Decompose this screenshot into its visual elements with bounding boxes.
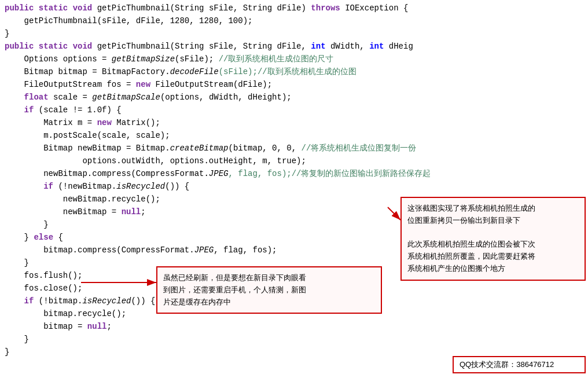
code-token (68, 41, 72, 53)
code-token: Options options = (5, 53, 112, 66)
code-token: newBitmap.compress(CompressFormat. (5, 168, 209, 181)
code-line: m.postScale(scale, scale); (0, 130, 588, 142)
code-token: isRecycled (82, 295, 131, 308)
code-token: Bitmap newBitmap = Bitmap. (5, 142, 170, 155)
code-line: public static void getPicThumbnail(Strin… (0, 41, 588, 53)
code-token: Matrix m = (5, 117, 97, 130)
code-token: } (5, 257, 29, 270)
annotation-box-1: 这张截图实现了将系统相机拍照生成的 位图重新拷贝一份输出到新目录下 此次系统相机… (400, 197, 586, 281)
code-token: } (5, 333, 29, 346)
code-token: float (24, 91, 49, 104)
code-line: } (0, 333, 588, 346)
code-token: getBitmapSize (112, 53, 175, 66)
code-token: isRecycled (116, 181, 165, 193)
annotation-box-1-text: 这张截图实现了将系统相机拍照生成的 位图重新拷贝一份输出到新目录下 此次系统相机… (407, 204, 535, 273)
code-line: float scale = getBitmapScale(options, dW… (0, 91, 588, 104)
code-token: scale = (49, 91, 93, 104)
code-line: Bitmap newBitmap = Bitmap.createBitmap(b… (0, 142, 588, 155)
code-token: public (5, 41, 34, 53)
code-token: (!bitmap. (34, 295, 82, 308)
code-token: //将系统相机生成位图复制一份 (302, 142, 417, 155)
code-token: bitmap.compress(CompressFormat. (5, 244, 194, 257)
code-token (5, 104, 24, 117)
code-token: IOException { (340, 2, 409, 15)
code-line: bitmap = null; (0, 321, 588, 333)
code-token: dHeig (384, 41, 413, 53)
code-token (5, 181, 43, 193)
code-line: Bitmap bitmap = BitmapFactory.decodeFile… (0, 66, 588, 79)
qq-text: QQ技术交流群：386476712 (460, 360, 554, 369)
code-token: JPEG (209, 168, 229, 181)
code-token (68, 2, 72, 15)
code-token: ()) { (131, 295, 155, 308)
code-line: Matrix m = new Matrix(); (0, 117, 588, 130)
code-token: (sFile); (175, 53, 219, 66)
code-token: m.postScale(scale, scale); (5, 130, 170, 142)
code-token: , flag, fos); (214, 244, 277, 257)
code-token: else (34, 232, 53, 244)
code-token: throws (311, 2, 340, 15)
code-token: Bitmap bitmap = BitmapFactory. (5, 66, 170, 79)
code-token: new (136, 79, 150, 91)
code-token: ; (141, 206, 145, 219)
code-line: public static void getPicThumbnail(Strin… (0, 2, 588, 15)
code-token: if (43, 181, 53, 193)
code-line: getPicThumbnail(sFile, dFile, 1280, 1280… (0, 15, 588, 28)
code-token: newBitmap = (5, 206, 122, 219)
code-token: decodeFile (170, 66, 219, 79)
code-token: static (39, 2, 68, 15)
code-token: (scale != 1.0f) { (34, 104, 121, 117)
code-line: if (scale != 1.0f) { (0, 104, 588, 117)
code-token: ()) { (165, 181, 189, 193)
code-token: , flag, fos);//将复制的新位图输出到新路径保存起 (228, 168, 431, 181)
code-token: fos.close(); (5, 282, 82, 295)
code-token: int (369, 41, 384, 53)
code-token: getPicThumbnail(String sFile, String dFi… (92, 41, 311, 53)
code-token: } (5, 232, 34, 244)
code-token: ; (106, 321, 111, 333)
code-token: void (73, 2, 93, 15)
code-token: FileOutputStream fos = (5, 79, 136, 91)
code-line: if (!newBitmap.isRecycled()) { (0, 181, 588, 193)
code-token: //取到系统相机生成位图的尺寸 (219, 53, 334, 66)
code-token: if (24, 295, 34, 308)
code-container: public static void getPicThumbnail(Strin… (0, 0, 588, 378)
code-token: fos.flush(); (5, 270, 82, 282)
code-token: new (97, 117, 112, 130)
code-line: newBitmap.compress(CompressFormat.JPEG, … (0, 168, 588, 181)
code-token: null (122, 206, 141, 219)
code-token: } (5, 219, 49, 232)
code-token (5, 295, 24, 308)
code-token: createBitmap (170, 142, 229, 155)
code-line: options.outWidth, options.outHeight, m, … (0, 155, 588, 168)
qq-box: QQ技术交流群：386476712 (453, 356, 586, 373)
code-token: { (53, 232, 63, 244)
code-token: Matrix(); (112, 117, 160, 130)
code-token (5, 91, 24, 104)
code-token: (options, dWidth, dHeight); (160, 91, 292, 104)
code-token: (sFile);//取到系统相机生成的位图 (219, 66, 357, 79)
code-token: FileOutputStream(dFile); (150, 79, 272, 91)
code-token: void (73, 41, 93, 53)
code-token: (!newBitmap. (53, 181, 116, 193)
code-token: bitmap.recycle(); (5, 308, 126, 321)
code-token: dWidth, (326, 41, 370, 53)
code-token: getPicThumbnail(sFile, dFile, 1280, 1280… (5, 15, 252, 28)
annotation-box-2: 虽然已经刷新，但是要想在新目录下肉眼看 到图片，还需要重启手机，个人猜测，新图 … (156, 266, 382, 314)
code-token: public (5, 2, 34, 15)
code-token: int (311, 41, 325, 53)
code-token: (bitmap, 0, 0, (228, 142, 301, 155)
code-token: getPicThumbnail(String sFile, String dFi… (92, 2, 311, 15)
code-token: JPEG (194, 244, 214, 257)
code-line: } (0, 28, 588, 41)
code-token: newBitmap.recycle(); (5, 193, 160, 206)
code-line: FileOutputStream fos = new FileOutputStr… (0, 79, 588, 91)
code-token (34, 2, 38, 15)
code-token: null (87, 321, 107, 333)
annotation-box-2-text: 虽然已经刷新，但是要想在新目录下肉眼看 到图片，还需要重启手机，个人猜测，新图 … (163, 273, 306, 306)
code-token (34, 41, 38, 53)
code-token: if (24, 104, 34, 117)
code-token: options.outWidth, options.outHeight, m, … (5, 155, 306, 168)
code-token: static (39, 41, 68, 53)
code-token: } (5, 28, 9, 41)
